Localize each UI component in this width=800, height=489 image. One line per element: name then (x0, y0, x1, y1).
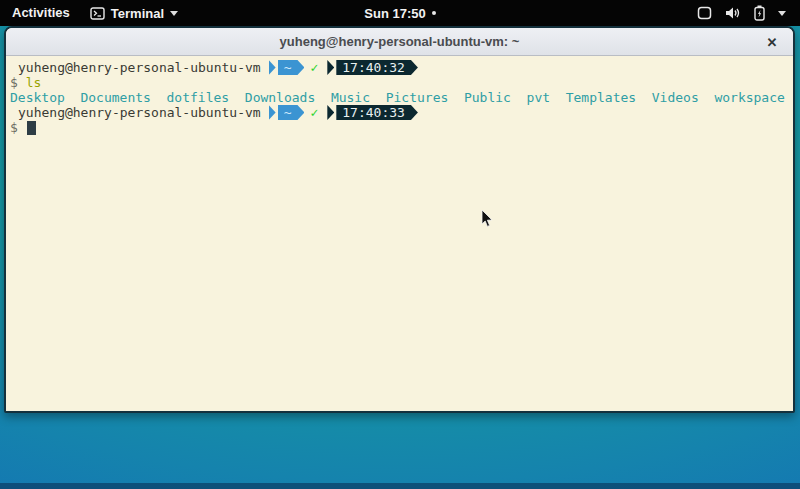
prompt-symbol: $ (10, 75, 18, 90)
prompt-line: yuheng@henry-personal-ubuntu-vm ~ ✓ 17:4… (10, 60, 793, 75)
activities-button[interactable]: Activities (0, 0, 82, 26)
chevron-down-icon (170, 11, 178, 16)
notification-dot-icon (432, 11, 436, 15)
prompt-time-segment: 17:40:33 (336, 105, 418, 120)
display-icon (697, 6, 712, 20)
prompt-user: yuheng@henry-personal-ubuntu-vm (18, 60, 261, 75)
check-icon: ✓ (310, 60, 318, 75)
powerline-arrow-icon (269, 105, 276, 120)
mouse-pointer-icon (481, 210, 493, 232)
system-menu-chevron-icon (778, 11, 786, 16)
window-title: yuheng@henry-personal-ubuntu-vm: ~ (280, 34, 520, 49)
app-menu-label: Terminal (111, 6, 164, 21)
command-line: $ ls (10, 75, 793, 90)
top-bar: Activities Terminal Sun 17:50 (0, 0, 800, 26)
prompt-symbol: $ (10, 120, 18, 135)
powerline-arrow-icon (327, 60, 334, 75)
titlebar[interactable]: yuheng@henry-personal-ubuntu-vm: ~ ✕ (6, 28, 793, 56)
clock-label: Sun 17:50 (364, 6, 425, 21)
terminal-screen[interactable]: yuheng@henry-personal-ubuntu-vm ~ ✓ 17:4… (6, 56, 793, 412)
clock-button[interactable]: Sun 17:50 (364, 6, 435, 21)
prompt-path-segment: ~ (278, 105, 305, 120)
powerline-arrow-icon (269, 60, 276, 75)
volume-icon (725, 6, 741, 20)
typed-command: ls (26, 75, 42, 90)
prompt-path-segment: ~ (278, 60, 305, 75)
cursor-line: $ (10, 120, 793, 135)
ls-output-line: Desktop Documents dotfiles Downloads Mus… (10, 90, 793, 105)
directory-list: Desktop Documents dotfiles Downloads Mus… (10, 90, 785, 105)
close-button[interactable]: ✕ (761, 28, 783, 56)
terminal-window: yuheng@henry-personal-ubuntu-vm: ~ ✕ yuh… (4, 26, 795, 413)
text-cursor (27, 121, 36, 135)
check-icon: ✓ (310, 105, 318, 120)
terminal-app-icon (90, 7, 105, 20)
system-menu-button[interactable] (697, 0, 800, 26)
battery-charging-icon (754, 5, 765, 21)
powerline-arrow-icon (327, 105, 334, 120)
desktop-shade (0, 483, 800, 489)
prompt-line: yuheng@henry-personal-ubuntu-vm ~ ✓ 17:4… (10, 105, 793, 120)
prompt-time-segment: 17:40:32 (336, 60, 418, 75)
app-menu-button[interactable]: Terminal (82, 0, 186, 26)
prompt-user: yuheng@henry-personal-ubuntu-vm (18, 105, 261, 120)
